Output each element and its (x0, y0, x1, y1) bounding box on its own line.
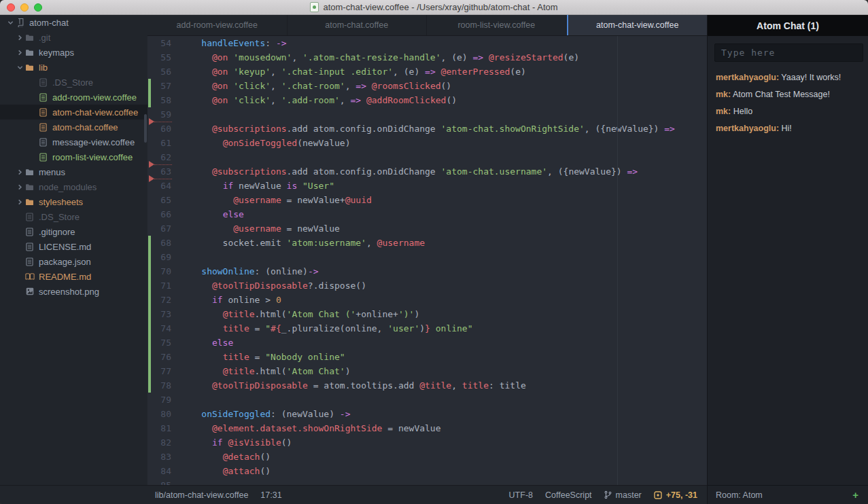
status-git-branch[interactable]: master (604, 490, 642, 500)
window-title: atom-chat-view.coffee - /Users/xray/gith… (323, 0, 557, 15)
chat-message: mertkahyaoglu: Yaaay! It works! (716, 73, 863, 82)
tree-item-label: LICENSE.md (39, 242, 91, 252)
status-bar: lib/atom-chat-view.coffee 17:31 UTF-8 Co… (0, 485, 707, 504)
code-line-84: 84 @attach() (147, 464, 707, 478)
tree-item-atom-chat-coffee[interactable]: atom-chat.coffee (0, 120, 147, 134)
code-text: @on 'keyup', '.chat-input .editor', (e) … (180, 65, 526, 79)
code-text: if newValue is "User" (180, 179, 334, 193)
file-icon (38, 108, 48, 117)
line-number: 66 (147, 207, 180, 221)
room-label: Room: Atom (716, 490, 763, 500)
status-cursor-position[interactable]: 17:31 (260, 490, 281, 500)
tree-item-readme-md[interactable]: README.md (0, 269, 147, 284)
code-line-74: 74 title = "#{_.pluralize(online, 'user'… (147, 321, 707, 336)
add-room-button[interactable]: + (852, 489, 858, 501)
line-number: 84 (147, 464, 180, 478)
tree-item-atom-chat-view-coffee[interactable]: atom-chat-view.coffee (0, 105, 147, 120)
git-added-marker (148, 350, 151, 364)
code-text: socket.emit 'atom:username', @username (180, 236, 425, 250)
status-git-diff[interactable]: +75, -31 (654, 490, 697, 500)
line-number: 76 (147, 350, 180, 364)
tree-item-add-room-view-coffee[interactable]: add-room-view.coffee (0, 90, 147, 105)
code-editor[interactable]: 54 handleEvents: ->55 @on 'mousedown', '… (147, 36, 707, 485)
line-number: 65 (147, 193, 180, 207)
code-line-83: 83 @detach() (147, 450, 707, 464)
tree-item-stylesheets[interactable]: stylesheets (0, 194, 147, 209)
tree-item-license-md[interactable]: LICENSE.md (0, 239, 147, 254)
code-line-73: 73 @title.html('Atom Chat ('+online+')') (147, 307, 707, 321)
file-icon (24, 213, 35, 221)
line-number: 56 (147, 65, 180, 79)
status-file-path[interactable]: lib/atom-chat-view.coffee (155, 490, 248, 500)
tree-item-label: keymaps (39, 48, 74, 58)
line-number: 67 (147, 221, 180, 236)
file-icon (38, 93, 48, 102)
code-text: @on 'click', '.chat-room', => @roomsClic… (180, 79, 451, 93)
tree-scrollbar[interactable] (144, 114, 147, 143)
tree-item-message-view-coffee[interactable]: message-view.coffee (0, 134, 147, 149)
tree-item-menus[interactable]: menus (0, 164, 147, 179)
folder-icon (24, 168, 35, 176)
file-icon (24, 242, 35, 251)
line-number: 61 (147, 136, 180, 150)
tab-label: room-list-view.coffee (457, 20, 535, 30)
tab-atom-chat-coffee[interactable]: atom-chat.coffee (288, 15, 428, 35)
code-line-54: 54 handleEvents: -> (147, 36, 707, 50)
code-line-63: 63 @subscriptions.add atom.config.onDidC… (147, 164, 707, 179)
tab-room-list-view-coffee[interactable]: room-list-view.coffee (427, 15, 567, 35)
tab-atom-chat-view-coffee[interactable]: atom-chat-view.coffee (567, 15, 708, 35)
chat-message-username: mk: (716, 107, 731, 116)
code-line-85: 85 (147, 478, 707, 485)
file-icon (24, 228, 35, 236)
line-number: 58 (147, 93, 180, 107)
tree-root-atom-chat[interactable]: atom-chat (0, 15, 147, 30)
tree-item-label: .git (39, 33, 50, 43)
line-number: 68 (147, 236, 180, 250)
tree-item-keymaps[interactable]: keymaps (0, 45, 147, 60)
status-language[interactable]: CoffeeScript (545, 490, 592, 500)
git-removed-marker (149, 118, 154, 125)
git-added-marker (148, 293, 151, 307)
folder-icon (24, 64, 35, 71)
git-added-marker (148, 378, 151, 393)
close-button[interactable] (7, 3, 15, 12)
tree-item-node-modules[interactable]: node_modules (0, 179, 147, 194)
tree-item-lib[interactable]: lib (0, 60, 147, 75)
code-text: @on 'mousedown', '.atom-chat-resize-hand… (180, 50, 579, 65)
chat-message-text: Hello (731, 107, 752, 116)
tree-item--ds-store[interactable]: .DS_Store (0, 209, 147, 224)
tree-item-package-json[interactable]: package.json (0, 254, 147, 269)
code-line-68: 68 socket.emit 'atom:username', @usernam… (147, 236, 707, 250)
tab-label: atom-chat.coffee (325, 20, 388, 30)
git-added-marker (148, 236, 151, 250)
zoom-button[interactable] (34, 3, 42, 12)
tree-item--gitignore[interactable]: .gitignore (0, 224, 147, 239)
line-number: 80 (147, 407, 180, 421)
git-added-marker (148, 336, 151, 350)
line-number: 77 (147, 364, 180, 378)
titlebar: atom-chat-view.coffee - /Users/xray/gith… (0, 0, 868, 15)
chevron-right-icon (15, 169, 24, 175)
line-number: 73 (147, 307, 180, 321)
tree-item-label: .gitignore (39, 227, 75, 237)
git-added-marker (148, 250, 151, 264)
git-added-marker (148, 264, 151, 278)
line-number: 70 (147, 264, 180, 278)
status-encoding[interactable]: UTF-8 (509, 490, 533, 500)
line-number: 55 (147, 50, 180, 65)
chat-input[interactable]: Type here (714, 43, 863, 62)
tree-item--git[interactable]: .git (0, 30, 147, 45)
tree-item-room-list-view-coffee[interactable]: room-list-view.coffee (0, 149, 147, 164)
code-text: @on 'click', '.add-room', => @addRoomCli… (180, 93, 457, 107)
line-number: 57 (147, 79, 180, 93)
line-number: 78 (147, 378, 180, 393)
tree-item--ds-store[interactable]: .DS_Store (0, 75, 147, 90)
atom-window: atom-chat-view.coffee - /Users/xray/gith… (0, 0, 868, 504)
minimize-button[interactable] (20, 3, 29, 12)
code-text: showOnline: (online)-> (180, 264, 319, 278)
tab-add-room-view-coffee[interactable]: add-room-view.coffee (147, 15, 288, 35)
tree-item-screenshot-png[interactable]: screenshot.png (0, 284, 147, 299)
wrap-guide (617, 36, 618, 485)
code-text: title = "Nobody online" (180, 350, 345, 364)
chevron-right-icon (15, 50, 24, 56)
